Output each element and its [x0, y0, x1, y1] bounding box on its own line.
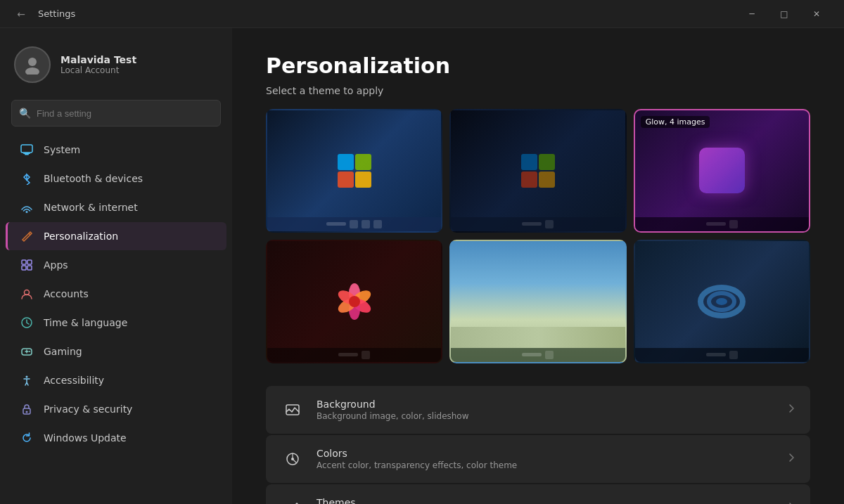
svg-rect-20: [355, 154, 371, 170]
search-box[interactable]: 🔍: [11, 100, 221, 127]
settings-item-title-themes: Themes: [316, 497, 775, 504]
network-icon: [20, 200, 34, 214]
settings-item-colors[interactable]: ColorsAccent color, transparency effects…: [266, 435, 810, 483]
svg-rect-9: [27, 266, 32, 270]
sidebar-item-update[interactable]: Windows Update: [6, 424, 226, 452]
search-icon: 🔍: [19, 108, 31, 119]
close-button[interactable]: ✕: [800, 0, 833, 28]
svg-point-15: [29, 351, 30, 352]
theme-card-theme2[interactable]: [449, 109, 626, 233]
svg-point-5: [26, 211, 28, 213]
settings-item-text-background: BackgroundBackground image, color, slide…: [316, 399, 775, 421]
svg-rect-23: [521, 154, 537, 170]
sidebar-item-bluetooth[interactable]: Bluetooth & devices: [6, 164, 226, 193]
settings-item-text-themes: ThemesInstall, create, manage: [316, 497, 775, 504]
avatar: [14, 46, 51, 83]
svg-point-0: [28, 58, 37, 66]
sidebar-item-privacy[interactable]: Privacy & security: [6, 395, 226, 423]
sidebar-item-network[interactable]: Network & internet: [6, 193, 226, 221]
sidebar-item-gaming[interactable]: Gaming: [6, 337, 226, 366]
svg-rect-7: [27, 260, 32, 264]
settings-item-text-colors: ColorsAccent color, transparency effects…: [316, 448, 775, 470]
privacy-icon: [20, 402, 34, 416]
system-icon: [20, 143, 34, 157]
minimize-button[interactable]: ─: [736, 0, 768, 28]
svg-point-16: [26, 376, 28, 378]
settings-item-themes[interactable]: ThemesInstall, create, manage: [266, 484, 810, 504]
sidebar-item-system[interactable]: System: [6, 136, 226, 164]
titlebar: ← Settings ─ □ ✕: [0, 0, 844, 28]
svg-point-33: [349, 296, 360, 307]
svg-point-1: [25, 67, 39, 75]
settings-item-title-colors: Colors: [316, 448, 775, 459]
svg-rect-24: [539, 154, 555, 170]
svg-rect-4: [23, 153, 30, 155]
svg-rect-3: [25, 154, 29, 155]
search-input[interactable]: [37, 101, 213, 126]
svg-rect-21: [338, 172, 354, 188]
nav-label-privacy: Privacy & security: [44, 403, 132, 415]
nav-label-update: Windows Update: [44, 432, 127, 444]
settings-list: BackgroundBackground image, color, slide…: [266, 386, 810, 504]
chevron-icon-colors: [786, 453, 796, 465]
user-section: Malavida Test Local Account: [0, 37, 232, 97]
chevron-icon-background: [786, 403, 796, 415]
nav-list: SystemBluetooth & devicesNetwork & inter…: [0, 135, 232, 453]
svg-rect-8: [22, 266, 26, 270]
section-label: Select a theme to apply: [266, 85, 810, 96]
svg-point-18: [26, 411, 28, 413]
personalization-icon: [20, 229, 34, 243]
user-sub: Local Account: [60, 65, 136, 75]
settings-item-sub-background: Background image, color, slideshow: [316, 411, 775, 421]
accessibility-icon: [20, 373, 34, 387]
theme-card-theme5[interactable]: [449, 240, 626, 363]
theme-grid: Glow, 4 images: [266, 109, 810, 363]
maximize-button[interactable]: □: [768, 0, 800, 28]
update-icon: [20, 431, 34, 445]
nav-label-system: System: [44, 144, 80, 155]
page-title: Personalization: [266, 53, 810, 78]
themes-icon: [280, 496, 305, 504]
svg-rect-2: [21, 145, 32, 153]
background-icon: [280, 397, 305, 422]
nav-label-gaming: Gaming: [44, 346, 82, 357]
theme-label-theme3: Glow, 4 images: [641, 116, 710, 128]
svg-rect-22: [355, 172, 371, 188]
back-button[interactable]: ←: [11, 4, 31, 24]
user-name: Malavida Test: [60, 54, 136, 65]
svg-point-36: [716, 298, 727, 305]
settings-item-background[interactable]: BackgroundBackground image, color, slide…: [266, 386, 810, 434]
sidebar-item-personalization[interactable]: Personalization: [6, 222, 226, 250]
apps-icon: [20, 258, 34, 272]
user-info: Malavida Test Local Account: [60, 54, 136, 75]
window-controls: ─ □ ✕: [736, 0, 833, 28]
gaming-icon: [20, 344, 34, 358]
nav-label-accounts: Accounts: [44, 288, 89, 299]
sidebar-item-time[interactable]: Time & language: [6, 309, 226, 337]
nav-label-accessibility: Accessibility: [44, 375, 104, 386]
svg-rect-6: [22, 260, 26, 264]
colors-icon: [280, 446, 305, 472]
svg-rect-26: [539, 172, 555, 188]
sidebar-item-accessibility[interactable]: Accessibility: [6, 366, 226, 394]
app-title: Settings: [38, 8, 736, 19]
nav-label-personalization: Personalization: [44, 231, 118, 242]
svg-rect-25: [521, 172, 537, 188]
content-area: Personalization Select a theme to apply: [232, 28, 844, 504]
svg-rect-19: [338, 154, 354, 170]
theme-card-theme6[interactable]: [634, 240, 810, 363]
app-body: Malavida Test Local Account 🔍 SystemBlue…: [0, 28, 844, 504]
theme-card-theme4[interactable]: [266, 240, 442, 363]
nav-label-apps: Apps: [44, 259, 68, 271]
settings-item-title-background: Background: [316, 399, 775, 410]
sidebar-item-accounts[interactable]: Accounts: [6, 280, 226, 308]
theme-card-theme1[interactable]: [266, 109, 442, 233]
svg-point-39: [291, 458, 294, 460]
nav-label-bluetooth: Bluetooth & devices: [44, 173, 143, 184]
theme-card-theme3[interactable]: Glow, 4 images: [634, 109, 810, 233]
nav-label-network: Network & internet: [44, 202, 138, 213]
sidebar: Malavida Test Local Account 🔍 SystemBlue…: [0, 28, 232, 504]
settings-item-sub-colors: Accent color, transparency effects, colo…: [316, 460, 775, 470]
time-icon: [20, 316, 34, 330]
sidebar-item-apps[interactable]: Apps: [6, 251, 226, 279]
